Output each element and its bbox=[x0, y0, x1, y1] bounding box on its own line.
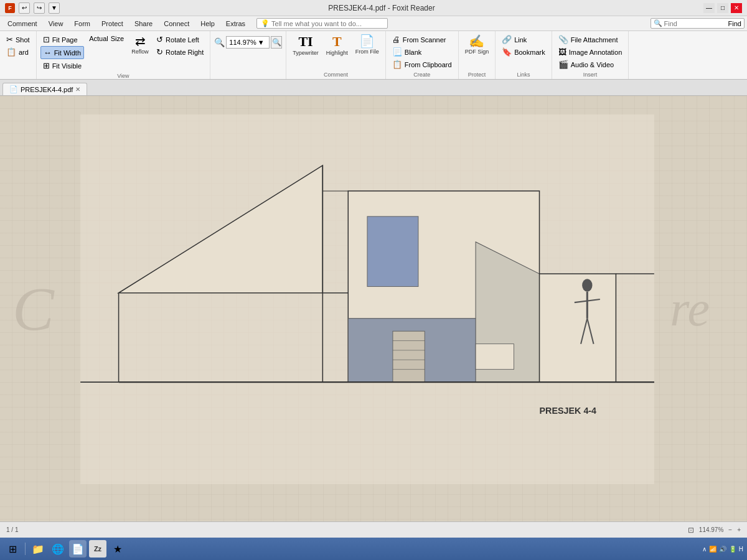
zoom-magnify-button[interactable]: 🔍 bbox=[271, 36, 282, 49]
close-button[interactable]: ✕ bbox=[731, 3, 742, 13]
doc-tab-label: PRESJEK4-4.pdf bbox=[21, 86, 73, 93]
zoom-value-box[interactable]: 114.97% ▼ bbox=[226, 36, 270, 49]
image-annotation-button[interactable]: 🖼 Image Annotation bbox=[556, 46, 625, 58]
link-label: Link bbox=[514, 36, 527, 44]
maximize-button[interactable]: □ bbox=[717, 3, 728, 13]
foxit-taskbar-icon[interactable]: 📄 bbox=[69, 540, 87, 558]
scanner-icon: 🖨 bbox=[392, 35, 400, 44]
system-tray: ∧ 📶 🔊 🔋 H bbox=[702, 546, 743, 553]
fit-width-button[interactable]: ↔ Fit Width bbox=[40, 46, 84, 59]
from-clipboard-label: From Clipboard bbox=[405, 61, 452, 68]
chevron-up-icon[interactable]: ∧ bbox=[702, 546, 707, 553]
menu-share[interactable]: Share bbox=[129, 19, 157, 29]
reflow-button[interactable]: ⇄ Reflow bbox=[129, 34, 151, 56]
rotate-right-label: Rotate Right bbox=[166, 49, 204, 56]
ribbon: ✂ Shot 📋 ard ⊡ Fit Page ↔ Fit Width bbox=[0, 31, 747, 80]
from-clipboard-button[interactable]: 📋 From Clipboard bbox=[390, 58, 454, 70]
image-annotation-icon: 🖼 bbox=[558, 47, 566, 57]
fit-page-label: Fit Page bbox=[52, 36, 78, 44]
rotate-right-button[interactable]: ↻ Rotate Right bbox=[154, 46, 206, 58]
image-annotation-label: Image Annotation bbox=[569, 49, 622, 56]
from-file-icon: 📄 bbox=[359, 35, 375, 47]
rotate-left-button[interactable]: ↺ Rotate Left bbox=[154, 34, 206, 45]
file-attachment-icon: 📎 bbox=[558, 35, 568, 44]
highlight-label: Highlight bbox=[326, 50, 348, 56]
from-file-button[interactable]: 📄 From File bbox=[353, 34, 382, 56]
pdf-sign-label: PDF Sign bbox=[465, 49, 489, 55]
doc-tab-icon: 📄 bbox=[9, 85, 18, 93]
customize-button[interactable]: ▼ bbox=[49, 2, 60, 14]
links-group-label: Links bbox=[499, 72, 548, 78]
actual-size-sub: Size bbox=[111, 35, 124, 42]
tell-me-box[interactable]: 💡 bbox=[256, 18, 388, 29]
audio-video-icon: 🎬 bbox=[558, 60, 568, 69]
actual-size-button[interactable]: Actual Size bbox=[87, 34, 126, 44]
minimize-button[interactable]: — bbox=[703, 3, 715, 13]
insert-group-label: Insert bbox=[556, 72, 625, 78]
fit-visible-label: Fit Visible bbox=[52, 62, 82, 70]
audio-video-button[interactable]: 🎬 Audio & Video bbox=[556, 58, 625, 70]
taskbar-clock: H bbox=[739, 546, 743, 553]
view-actual-col: Actual Size bbox=[87, 34, 126, 44]
create-group-label: Create bbox=[390, 72, 454, 78]
view-fit-col: ⊡ Fit Page ↔ Fit Width ⊞ Fit Visible bbox=[40, 34, 84, 72]
windows-start-button[interactable]: ⊞ bbox=[4, 540, 21, 558]
menu-view[interactable]: View bbox=[44, 19, 68, 29]
file-attachment-button[interactable]: 📎 File Attachment bbox=[556, 34, 625, 45]
battery-icon[interactable]: 🔋 bbox=[729, 546, 736, 553]
find-input[interactable] bbox=[664, 20, 726, 27]
links-group-content: 🔗 Link 🔖 Bookmark bbox=[499, 34, 548, 70]
volume-icon[interactable]: 🔊 bbox=[719, 546, 726, 553]
tell-me-input[interactable] bbox=[271, 20, 383, 27]
redo-button[interactable]: ↪ bbox=[34, 2, 45, 14]
doc-tab-close[interactable]: ✕ bbox=[75, 86, 80, 93]
fit-visible-button[interactable]: ⊞ Fit Visible bbox=[40, 60, 84, 72]
pdf-sign-button[interactable]: ✍ PDF Sign bbox=[463, 34, 492, 56]
file-explorer-taskbar-icon[interactable]: 📁 bbox=[29, 540, 47, 558]
menu-connect[interactable]: Connect bbox=[159, 19, 194, 29]
menu-protect[interactable]: Protect bbox=[96, 19, 128, 29]
main-content: C re bbox=[0, 96, 747, 521]
zoom-in-icon[interactable]: + bbox=[737, 526, 741, 533]
zoom-out-icon[interactable]: − bbox=[728, 526, 732, 533]
zz-taskbar-icon[interactable]: Zz bbox=[89, 540, 106, 558]
clipboard-icon: 📋 bbox=[392, 60, 402, 69]
architectural-drawing: PRESJEK 4-4 bbox=[50, 114, 685, 484]
insert-group: 📎 File Attachment 🖼 Image Annotation 🎬 A… bbox=[552, 31, 629, 79]
hard-button[interactable]: 📋 ard bbox=[4, 46, 32, 58]
chrome-taskbar-icon[interactable]: 🌐 bbox=[49, 540, 67, 558]
zoom-col: 🔍 114.97% ▼ 🔍 bbox=[214, 34, 282, 49]
reflow-icon: ⇄ bbox=[135, 35, 146, 47]
status-zoom-level: 114.97% bbox=[699, 526, 723, 533]
fit-page-button[interactable]: ⊡ Fit Page bbox=[40, 34, 84, 45]
misc-taskbar-icon[interactable]: ★ bbox=[109, 540, 126, 558]
menu-form[interactable]: Form bbox=[69, 19, 95, 29]
bookmark-button[interactable]: 🔖 Bookmark bbox=[499, 46, 548, 58]
taskbar-separator-1 bbox=[25, 543, 26, 555]
document-tab[interactable]: 📄 PRESJEK4-4.pdf ✕ bbox=[2, 83, 87, 95]
undo-button[interactable]: ↩ bbox=[19, 2, 30, 14]
app-icon: F bbox=[5, 3, 15, 13]
menu-extras[interactable]: Extras bbox=[221, 19, 250, 29]
from-scanner-button[interactable]: 🖨 From Scanner bbox=[390, 34, 454, 45]
protect-group-label: Protect bbox=[463, 72, 492, 78]
typewriter-button[interactable]: TI Typewriter bbox=[290, 34, 321, 57]
zoom-fit-icon[interactable]: ⊡ bbox=[688, 526, 694, 534]
pdf-sign-icon: ✍ bbox=[469, 35, 484, 47]
snapshot-button[interactable]: ✂ Shot bbox=[4, 34, 32, 45]
snapshot-icon: ✂ bbox=[6, 35, 13, 44]
view-group: ⊡ Fit Page ↔ Fit Width ⊞ Fit Visible Act… bbox=[37, 31, 211, 79]
menu-help[interactable]: Help bbox=[195, 19, 220, 29]
menu-comment[interactable]: Comment bbox=[2, 19, 42, 29]
watermark-left: C bbox=[12, 273, 54, 345]
highlight-button[interactable]: T Highlight bbox=[324, 34, 350, 57]
link-button[interactable]: 🔗 Link bbox=[499, 34, 548, 45]
blank-button[interactable]: 📃 Blank bbox=[390, 46, 454, 58]
taskbar-right: ∧ 📶 🔊 🔋 H bbox=[702, 546, 743, 553]
zoom-group: 🔍 114.97% ▼ 🔍 bbox=[210, 31, 286, 79]
comment-group-label: Comment bbox=[290, 72, 382, 78]
drawing-area: PRESJEK 4-4 bbox=[50, 114, 685, 484]
page-info: 1 / 1 bbox=[6, 526, 18, 533]
search-box[interactable]: 🔍 Find bbox=[651, 18, 745, 29]
network-icon[interactable]: 📶 bbox=[709, 546, 716, 553]
